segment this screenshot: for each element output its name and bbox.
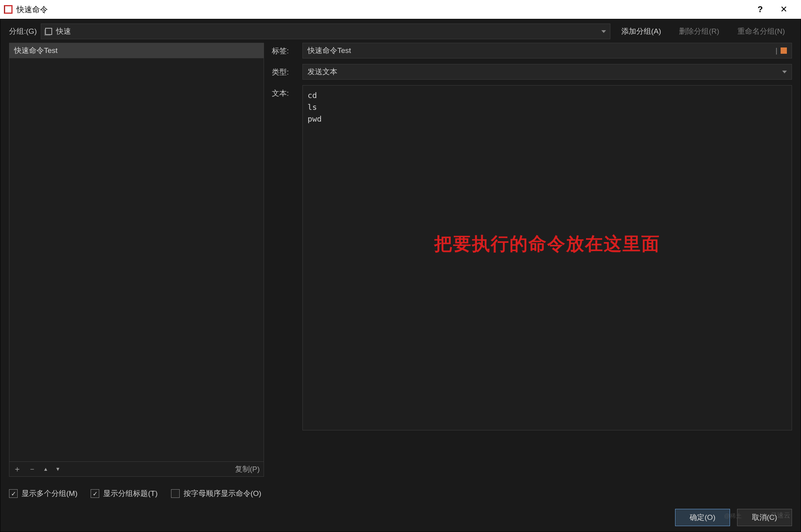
app-icon <box>4 5 13 14</box>
check-alpha-order[interactable]: 按字母顺序显示命令(O) <box>171 488 261 499</box>
delete-group-button[interactable]: 删除分组(R) <box>672 26 726 36</box>
ok-button[interactable]: 确定(O) <box>675 509 730 526</box>
tag-end-marker: | <box>776 46 787 55</box>
chevron-down-icon <box>782 71 787 73</box>
command-list-panel: 快速命令Test ＋ － ▲ ▼ 复制(P) <box>9 43 264 477</box>
bottom-checks: ✓ 显示多个分组(M) ✓ 显示分组标题(T) 按字母顺序显示命令(O) <box>9 484 792 503</box>
titlebar: 快速命令 ? ✕ <box>0 0 801 19</box>
check-label: 显示多个分组(M) <box>22 488 77 499</box>
group-icon <box>45 28 52 35</box>
row-type: 类型: 发送文本 <box>272 64 792 80</box>
checkbox-icon: ✓ <box>91 489 99 498</box>
add-group-button[interactable]: 添加分组(A) <box>614 26 668 36</box>
check-label: 显示分组标题(T) <box>103 488 157 499</box>
command-list[interactable]: 快速命令Test <box>9 43 264 461</box>
add-item-button[interactable]: ＋ <box>13 464 21 474</box>
form-panel: 标签: 快速命令Test | 类型: 发送文本 文本: cd l <box>272 43 792 477</box>
text-textarea[interactable]: cd ls pwd 把要执行的命令放在这里面 <box>302 85 792 430</box>
checkbox-icon: ✓ <box>9 489 18 498</box>
close-button[interactable]: ✕ <box>772 0 796 19</box>
label-text: 文本: <box>272 85 296 98</box>
group-label: 分组:(G) <box>9 26 37 36</box>
row-text: 文本: cd ls pwd 把要执行的命令放在这里面 <box>272 85 792 477</box>
check-show-multi-group[interactable]: ✓ 显示多个分组(M) <box>9 488 77 499</box>
group-selected-text: 快速 <box>56 26 71 36</box>
list-item[interactable]: 快速命令Test <box>9 43 264 58</box>
window-title: 快速命令 <box>16 4 48 15</box>
group-select[interactable]: 快速 <box>41 24 610 39</box>
tag-value: 快速命令Test <box>308 46 351 56</box>
list-footer: ＋ － ▲ ▼ 复制(P) <box>9 461 264 476</box>
bottom-actions: 确定(O) 取消(C) <box>675 509 792 526</box>
chevron-down-icon <box>601 30 606 33</box>
check-show-group-title[interactable]: ✓ 显示分组标题(T) <box>91 488 157 499</box>
help-button[interactable]: ? <box>748 0 772 19</box>
tag-input[interactable]: 快速命令Test | <box>302 43 792 58</box>
label-type: 类型: <box>272 64 296 77</box>
toolbar: 分组:(G) 快速 添加分组(A) 删除分组(R) 重命名分组(N) <box>0 19 801 43</box>
main-split: 快速命令Test ＋ － ▲ ▼ 复制(P) 标签: 快速命令Test | <box>0 43 801 477</box>
type-value: 发送文本 <box>308 67 337 77</box>
checkbox-icon <box>171 489 180 498</box>
move-up-button[interactable]: ▲ <box>43 466 48 472</box>
tag-pipe: | <box>776 46 777 55</box>
color-swatch-icon[interactable] <box>781 47 787 54</box>
cancel-button[interactable]: 取消(C) <box>737 509 792 526</box>
copy-button[interactable]: 复制(P) <box>235 464 260 474</box>
label-tag: 标签: <box>272 43 296 56</box>
move-down-button[interactable]: ▼ <box>55 466 60 472</box>
text-content: cd ls pwd <box>308 91 322 124</box>
remove-item-button[interactable]: － <box>28 464 36 474</box>
row-tag: 标签: 快速命令Test | <box>272 43 792 58</box>
rename-group-button[interactable]: 重命名分组(N) <box>730 26 792 36</box>
type-select[interactable]: 发送文本 <box>302 64 792 80</box>
dialog-body: 分组:(G) 快速 添加分组(A) 删除分组(R) 重命名分组(N) 快速命令T… <box>0 19 801 532</box>
annotation-overlay: 把要执行的命令放在这里面 <box>303 230 792 257</box>
check-label: 按字母顺序显示命令(O) <box>184 488 261 499</box>
